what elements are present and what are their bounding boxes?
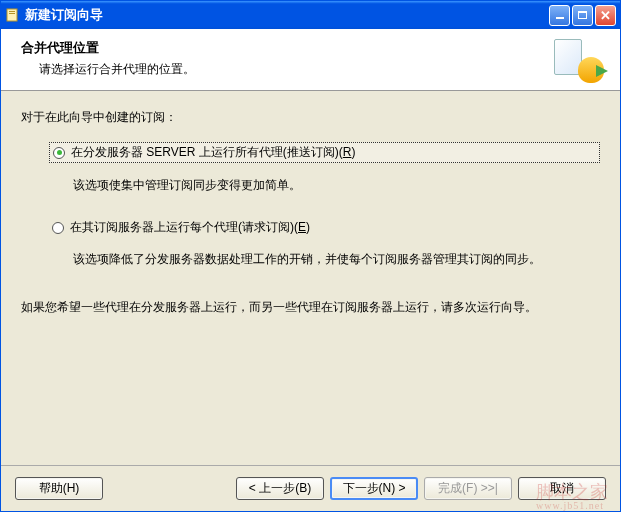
radio-pull-row[interactable]: 在其订阅服务器上运行每个代理(请求订阅)(E)	[49, 218, 600, 237]
svg-rect-2	[9, 13, 15, 14]
window-controls: ✕	[549, 5, 616, 26]
svg-rect-1	[9, 11, 15, 12]
svg-rect-0	[7, 9, 17, 21]
watermark-sub: www.jb51.net	[536, 501, 608, 511]
window-title: 新建订阅向导	[25, 6, 549, 24]
wizard-header: 合并代理位置 请选择运行合并代理的位置。	[1, 29, 620, 91]
close-button[interactable]: ✕	[595, 5, 616, 26]
app-icon	[5, 7, 21, 23]
finish-button: 完成(F) >>|	[424, 477, 512, 500]
radio-pull[interactable]	[52, 222, 64, 234]
option-pull: 在其订阅服务器上运行每个代理(请求订阅)(E) 该选项降低了分发服务器数据处理工…	[49, 218, 600, 268]
wizard-window: 新建订阅向导 ✕ 合并代理位置 请选择运行合并代理的位置。 对于在此向导中创建的…	[0, 0, 621, 512]
maximize-button[interactable]	[572, 5, 593, 26]
intro-text: 对于在此向导中创建的订阅：	[21, 109, 600, 126]
wizard-content: 对于在此向导中创建的订阅： 在分发服务器 SERVER 上运行所有代理(推送订阅…	[1, 91, 620, 465]
option-pull-desc: 该选项降低了分发服务器数据处理工作的开销，并使每个订阅服务器管理其订阅的同步。	[73, 251, 600, 268]
radio-push-row[interactable]: 在分发服务器 SERVER 上运行所有代理(推送订阅)(R)	[49, 142, 600, 163]
option-push: 在分发服务器 SERVER 上运行所有代理(推送订阅)(R) 该选项使集中管理订…	[49, 142, 600, 194]
wizard-footer: 帮助(H) < 上一步(B) 下一步(N) > 完成(F) >>| 取消 脚本之…	[1, 465, 620, 511]
help-button[interactable]: 帮助(H)	[15, 477, 103, 500]
page-title: 合并代理位置	[21, 39, 554, 57]
radio-pull-label: 在其订阅服务器上运行每个代理(请求订阅)(E)	[70, 219, 310, 236]
radio-push-label: 在分发服务器 SERVER 上运行所有代理(推送订阅)(R)	[71, 144, 355, 161]
footer-note: 如果您希望一些代理在分发服务器上运行，而另一些代理在订阅服务器上运行，请多次运行…	[21, 298, 600, 316]
options-group: 在分发服务器 SERVER 上运行所有代理(推送订阅)(R) 该选项使集中管理订…	[49, 142, 600, 268]
minimize-button[interactable]	[549, 5, 570, 26]
header-graphic-icon	[554, 39, 604, 83]
next-button[interactable]: 下一步(N) >	[330, 477, 418, 500]
back-button[interactable]: < 上一步(B)	[236, 477, 324, 500]
cancel-button[interactable]: 取消	[518, 477, 606, 500]
option-push-desc: 该选项使集中管理订阅同步变得更加简单。	[73, 177, 600, 194]
page-subtitle: 请选择运行合并代理的位置。	[39, 61, 554, 78]
radio-push[interactable]	[53, 147, 65, 159]
titlebar[interactable]: 新建订阅向导 ✕	[1, 1, 620, 29]
